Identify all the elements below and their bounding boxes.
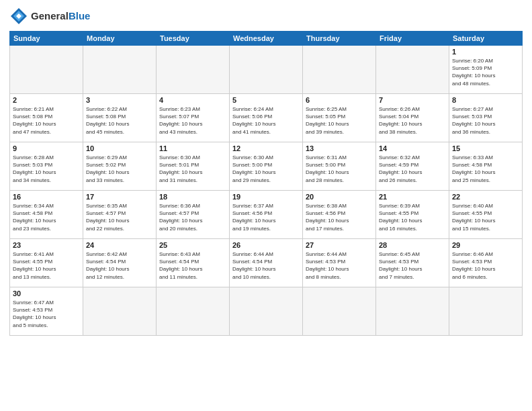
day-number: 25 xyxy=(159,241,226,249)
day-cell-4-5: 28Sunrise: 6:45 AM Sunset: 4:53 PM Dayli… xyxy=(376,239,449,287)
day-number: 30 xyxy=(13,289,80,298)
day-cell-0-1 xyxy=(83,46,157,94)
day-cell-3-5: 21Sunrise: 6:39 AM Sunset: 4:55 PM Dayli… xyxy=(376,191,449,239)
day-cell-0-6: 1Sunrise: 6:20 AM Sunset: 5:09 PM Daylig… xyxy=(449,46,523,94)
day-info: Sunrise: 6:33 AM Sunset: 4:58 PM Dayligh… xyxy=(452,154,519,184)
day-number: 11 xyxy=(159,144,226,152)
day-number: 22 xyxy=(452,193,519,201)
day-number: 6 xyxy=(306,96,373,104)
day-number: 2 xyxy=(13,96,80,104)
day-info: Sunrise: 6:20 AM Sunset: 5:09 PM Dayligh… xyxy=(452,57,519,87)
day-info: Sunrise: 6:25 AM Sunset: 5:05 PM Dayligh… xyxy=(306,105,373,136)
day-cell-3-0: 16Sunrise: 6:34 AM Sunset: 4:58 PM Dayli… xyxy=(10,191,83,239)
day-number: 7 xyxy=(379,96,446,104)
day-cell-3-4: 20Sunrise: 6:38 AM Sunset: 4:56 PM Dayli… xyxy=(303,191,376,239)
day-number: 14 xyxy=(379,144,446,152)
col-header-tuesday: Tuesday xyxy=(157,32,230,46)
day-info: Sunrise: 6:42 AM Sunset: 4:54 PM Dayligh… xyxy=(86,250,153,281)
col-header-friday: Friday xyxy=(376,32,449,46)
day-info: Sunrise: 6:38 AM Sunset: 4:56 PM Dayligh… xyxy=(306,202,373,232)
day-cell-0-5 xyxy=(376,46,449,94)
calendar-table: SundayMondayTuesdayWednesdayThursdayFrid… xyxy=(9,31,523,336)
week-row-5: 30Sunrise: 6:47 AM Sunset: 4:53 PM Dayli… xyxy=(10,287,523,336)
day-number: 12 xyxy=(232,144,300,152)
day-info: Sunrise: 6:44 AM Sunset: 4:53 PM Dayligh… xyxy=(306,250,373,281)
day-cell-2-2: 11Sunrise: 6:30 AM Sunset: 5:01 PM Dayli… xyxy=(157,142,230,191)
day-cell-5-4 xyxy=(303,287,376,336)
col-header-wednesday: Wednesday xyxy=(230,32,303,46)
day-cell-5-6 xyxy=(449,287,523,336)
day-info: Sunrise: 6:47 AM Sunset: 4:53 PM Dayligh… xyxy=(13,299,80,329)
day-cell-4-6: 29Sunrise: 6:46 AM Sunset: 4:53 PM Dayli… xyxy=(449,239,523,287)
day-cell-0-4 xyxy=(303,46,376,94)
day-cell-4-4: 27Sunrise: 6:44 AM Sunset: 4:53 PM Dayli… xyxy=(303,239,376,287)
day-number: 26 xyxy=(232,241,300,249)
logo-text: GeneralBlue xyxy=(31,11,90,22)
day-number: 4 xyxy=(159,96,226,104)
day-info: Sunrise: 6:24 AM Sunset: 5:06 PM Dayligh… xyxy=(232,105,300,136)
day-info: Sunrise: 6:30 AM Sunset: 5:01 PM Dayligh… xyxy=(159,154,226,184)
day-info: Sunrise: 6:44 AM Sunset: 4:54 PM Dayligh… xyxy=(232,250,300,281)
day-cell-1-5: 7Sunrise: 6:26 AM Sunset: 5:04 PM Daylig… xyxy=(376,94,449,142)
day-cell-3-2: 18Sunrise: 6:36 AM Sunset: 4:57 PM Dayli… xyxy=(157,191,230,239)
day-number: 18 xyxy=(159,193,226,201)
day-cell-1-0: 2Sunrise: 6:21 AM Sunset: 5:08 PM Daylig… xyxy=(10,94,83,142)
col-header-sunday: Sunday xyxy=(10,32,83,46)
day-info: Sunrise: 6:28 AM Sunset: 5:03 PM Dayligh… xyxy=(13,154,80,184)
day-cell-0-2 xyxy=(157,46,230,94)
day-cell-5-3 xyxy=(230,287,303,336)
day-info: Sunrise: 6:43 AM Sunset: 4:54 PM Dayligh… xyxy=(159,250,226,281)
week-row-3: 16Sunrise: 6:34 AM Sunset: 4:58 PM Dayli… xyxy=(10,191,523,239)
week-row-0: 1Sunrise: 6:20 AM Sunset: 5:09 PM Daylig… xyxy=(10,46,523,94)
day-cell-1-3: 5Sunrise: 6:24 AM Sunset: 5:06 PM Daylig… xyxy=(230,94,303,142)
day-info: Sunrise: 6:22 AM Sunset: 5:08 PM Dayligh… xyxy=(86,105,153,136)
day-number: 3 xyxy=(86,96,153,104)
col-header-thursday: Thursday xyxy=(303,32,376,46)
day-cell-2-3: 12Sunrise: 6:30 AM Sunset: 5:00 PM Dayli… xyxy=(230,142,303,191)
day-number: 15 xyxy=(452,144,519,152)
day-number: 21 xyxy=(379,193,446,201)
day-number: 5 xyxy=(232,96,300,104)
day-info: Sunrise: 6:45 AM Sunset: 4:53 PM Dayligh… xyxy=(379,250,446,281)
day-cell-4-0: 23Sunrise: 6:41 AM Sunset: 4:55 PM Dayli… xyxy=(10,239,83,287)
day-info: Sunrise: 6:32 AM Sunset: 4:59 PM Dayligh… xyxy=(379,154,446,184)
day-cell-2-4: 13Sunrise: 6:31 AM Sunset: 5:00 PM Dayli… xyxy=(303,142,376,191)
col-header-saturday: Saturday xyxy=(449,32,523,46)
day-info: Sunrise: 6:27 AM Sunset: 5:03 PM Dayligh… xyxy=(452,105,519,136)
week-row-2: 9Sunrise: 6:28 AM Sunset: 5:03 PM Daylig… xyxy=(10,142,523,191)
day-number: 8 xyxy=(452,96,519,104)
day-info: Sunrise: 6:34 AM Sunset: 4:58 PM Dayligh… xyxy=(13,202,80,232)
day-number: 17 xyxy=(86,193,153,201)
day-info: Sunrise: 6:40 AM Sunset: 4:55 PM Dayligh… xyxy=(452,202,519,232)
day-number: 1 xyxy=(452,48,519,56)
page: GeneralBlue SundayMondayTuesdayWednesday… xyxy=(0,0,532,411)
week-row-1: 2Sunrise: 6:21 AM Sunset: 5:08 PM Daylig… xyxy=(10,94,523,142)
day-number: 27 xyxy=(306,241,373,249)
day-info: Sunrise: 6:46 AM Sunset: 4:53 PM Dayligh… xyxy=(452,250,519,281)
day-number: 29 xyxy=(452,241,519,249)
day-cell-5-0: 30Sunrise: 6:47 AM Sunset: 4:53 PM Dayli… xyxy=(10,287,83,336)
day-number: 23 xyxy=(13,241,80,249)
day-cell-2-5: 14Sunrise: 6:32 AM Sunset: 4:59 PM Dayli… xyxy=(376,142,449,191)
day-info: Sunrise: 6:41 AM Sunset: 4:55 PM Dayligh… xyxy=(13,250,80,281)
day-info: Sunrise: 6:39 AM Sunset: 4:55 PM Dayligh… xyxy=(379,202,446,232)
day-info: Sunrise: 6:37 AM Sunset: 4:56 PM Dayligh… xyxy=(232,202,300,232)
day-cell-4-2: 25Sunrise: 6:43 AM Sunset: 4:54 PM Dayli… xyxy=(157,239,230,287)
day-info: Sunrise: 6:23 AM Sunset: 5:07 PM Dayligh… xyxy=(159,105,226,136)
day-cell-2-0: 9Sunrise: 6:28 AM Sunset: 5:03 PM Daylig… xyxy=(10,142,83,191)
day-number: 24 xyxy=(86,241,153,249)
day-number: 19 xyxy=(232,193,300,201)
calendar-header-row: SundayMondayTuesdayWednesdayThursdayFrid… xyxy=(10,32,523,46)
day-info: Sunrise: 6:21 AM Sunset: 5:08 PM Dayligh… xyxy=(13,105,80,136)
day-cell-5-1 xyxy=(83,287,157,336)
day-info: Sunrise: 6:35 AM Sunset: 4:57 PM Dayligh… xyxy=(86,202,153,232)
day-cell-4-1: 24Sunrise: 6:42 AM Sunset: 4:54 PM Dayli… xyxy=(83,239,157,287)
day-cell-3-3: 19Sunrise: 6:37 AM Sunset: 4:56 PM Dayli… xyxy=(230,191,303,239)
day-cell-3-1: 17Sunrise: 6:35 AM Sunset: 4:57 PM Dayli… xyxy=(83,191,157,239)
day-number: 16 xyxy=(13,193,80,201)
day-cell-0-0 xyxy=(10,46,83,94)
header: GeneralBlue xyxy=(9,7,523,26)
day-cell-2-6: 15Sunrise: 6:33 AM Sunset: 4:58 PM Dayli… xyxy=(449,142,523,191)
col-header-monday: Monday xyxy=(83,32,157,46)
day-cell-5-5 xyxy=(376,287,449,336)
